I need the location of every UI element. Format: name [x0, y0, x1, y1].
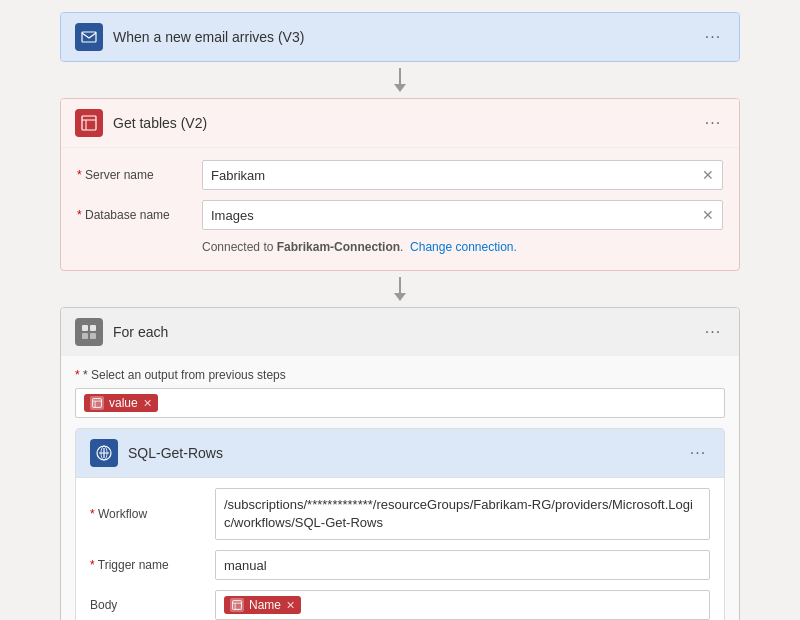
sql-get-rows-body: * Workflow /subscriptions/*************/… — [76, 478, 724, 620]
trigger-name-label: * Trigger name — [90, 558, 205, 572]
svg-rect-15 — [233, 601, 242, 610]
trigger-header: When a new email arrives (V3) ··· — [61, 13, 739, 61]
svg-rect-1 — [82, 116, 96, 130]
svg-rect-8 — [93, 399, 102, 408]
for-each-body: * * Select an output from previous steps… — [61, 356, 739, 620]
svg-rect-6 — [82, 333, 88, 339]
for-each-icon — [75, 318, 103, 346]
name-token-icon — [230, 598, 244, 612]
get-tables-header: Get tables (V2) ··· — [61, 99, 739, 147]
value-token-icon — [90, 396, 104, 410]
trigger-name-row: * Trigger name manual — [90, 550, 710, 580]
for-each-title: For each — [113, 324, 691, 340]
name-token: Name ✕ — [224, 596, 301, 614]
connection-info: Connected to Fabrikam-Connection. Change… — [202, 240, 723, 254]
server-name-label: * Server name — [77, 168, 192, 182]
body-label: Body — [90, 598, 205, 612]
svg-rect-4 — [82, 325, 88, 331]
body-input[interactable]: Name ✕ — [215, 590, 710, 620]
connector-1 — [394, 62, 406, 98]
name-token-remove[interactable]: ✕ — [286, 599, 295, 612]
trigger-title: When a new email arrives (V3) — [113, 29, 691, 45]
value-token-remove[interactable]: ✕ — [143, 397, 152, 410]
get-tables-card: Get tables (V2) ··· * Server name Fabrik… — [60, 98, 740, 271]
connector-2 — [394, 271, 406, 307]
workflow-input[interactable]: /subscriptions/*************/resourceGro… — [215, 488, 710, 540]
svg-rect-0 — [82, 32, 96, 42]
sql-get-rows-more-button[interactable]: ··· — [686, 441, 710, 465]
sql-get-rows-card: SQL-Get-Rows ··· * Workflow /subscriptio… — [75, 428, 725, 620]
server-name-clear[interactable]: ✕ — [702, 167, 714, 183]
sql-get-rows-title: SQL-Get-Rows — [128, 445, 676, 461]
for-each-card: For each ··· * * Select an output from p… — [60, 307, 740, 620]
trigger-more-button[interactable]: ··· — [701, 25, 725, 49]
sql-get-rows-icon — [90, 439, 118, 467]
sql-get-rows-header: SQL-Get-Rows ··· — [76, 429, 724, 478]
trigger-card: When a new email arrives (V3) ··· — [60, 12, 740, 62]
trigger-icon — [75, 23, 103, 51]
workflow-label: * Workflow — [90, 507, 205, 521]
change-connection-link[interactable]: Change connection. — [410, 240, 517, 254]
value-token: value ✕ — [84, 394, 158, 412]
database-name-label: * Database name — [77, 208, 192, 222]
select-output-field[interactable]: value ✕ — [75, 388, 725, 418]
get-tables-title: Get tables (V2) — [113, 115, 691, 131]
get-tables-icon — [75, 109, 103, 137]
svg-rect-7 — [90, 333, 96, 339]
select-output-label: * * Select an output from previous steps — [75, 368, 725, 382]
for-each-header: For each ··· — [61, 308, 739, 356]
database-name-input[interactable]: Images ✕ — [202, 200, 723, 230]
workflow-row: * Workflow /subscriptions/*************/… — [90, 488, 710, 540]
for-each-more-button[interactable]: ··· — [701, 320, 725, 344]
database-name-row: * Database name Images ✕ — [77, 200, 723, 230]
server-name-row: * Server name Fabrikam ✕ — [77, 160, 723, 190]
trigger-name-input[interactable]: manual — [215, 550, 710, 580]
server-name-input[interactable]: Fabrikam ✕ — [202, 160, 723, 190]
body-row: Body Nam — [90, 590, 710, 620]
get-tables-body: * Server name Fabrikam ✕ * Database name… — [61, 147, 739, 270]
get-tables-more-button[interactable]: ··· — [701, 111, 725, 135]
database-name-clear[interactable]: ✕ — [702, 207, 714, 223]
svg-rect-5 — [90, 325, 96, 331]
